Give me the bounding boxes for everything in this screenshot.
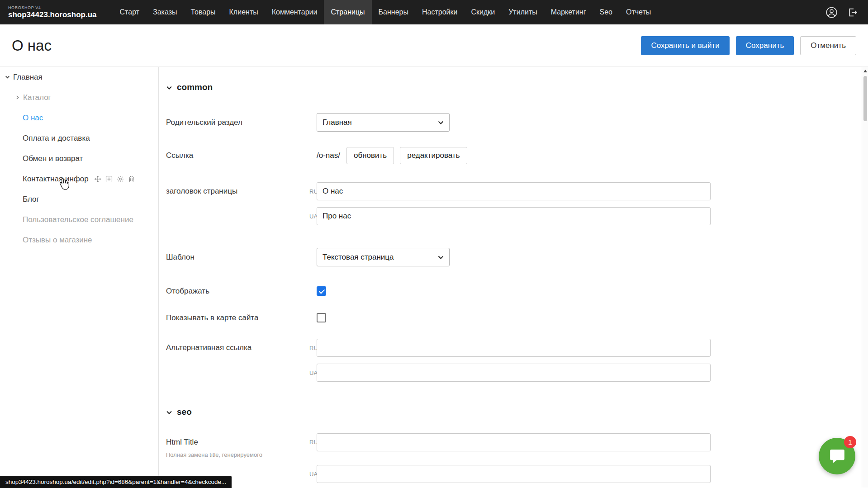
tree-item-label: Пользовательское соглашение [23,215,133,224]
nav-products[interactable]: Товары [184,0,223,24]
chevron-down-icon[interactable] [5,74,10,80]
field-sitemap: Показывать в карте сайта [166,313,868,322]
save-exit-button[interactable]: Сохранить и выйти [641,36,729,55]
logout-icon[interactable] [847,7,858,18]
page-title-ru-input[interactable] [317,182,711,200]
field-display: Отображать [166,286,868,296]
nav-start[interactable]: Старт [113,0,146,24]
chevron-down-icon [166,82,172,92]
link-path-value: /o-nas/ [317,151,340,160]
refresh-link-button[interactable]: обновить [346,147,394,164]
section-title: seo [177,407,192,417]
html-title-ua-input[interactable] [317,465,711,483]
nav-utilities[interactable]: Утилиты [502,0,544,24]
chevron-down-icon [438,121,444,124]
nav-reports[interactable]: Отчеты [619,0,658,24]
field-label: заголовок страницы [166,187,309,196]
vertical-scrollbar[interactable] [862,67,868,488]
tree-item-otzyvy[interactable]: Отзывы о магазине [0,230,158,250]
selected-value: Текстовая страница [323,253,394,262]
tree-item-actions [94,175,135,183]
brand-domain: shop34423.horoshop.ua [8,10,97,19]
nav-seo[interactable]: Seo [593,0,619,24]
alt-link-ru-input[interactable] [317,339,711,357]
display-checkbox[interactable] [317,286,326,296]
nav-discounts[interactable]: Скидки [464,0,502,24]
page-title-ua-input[interactable] [317,207,711,225]
nav-comments[interactable]: Комментарии [265,0,324,24]
field-label: Родительский раздел [166,118,309,127]
save-button[interactable]: Сохранить [736,36,794,55]
lang-ru-badge: RU [309,345,317,351]
section-seo-toggle[interactable]: seo [166,407,868,417]
pages-tree: Главная Каталог О нас Оплата и доставка … [0,67,159,488]
field-link: Ссылка /o-nas/ обновить редактировать [166,147,868,164]
add-page-icon[interactable] [105,175,113,183]
chat-notification-badge: 1 [844,436,856,448]
alt-link-ua-input[interactable] [317,364,711,382]
parent-section-select[interactable]: Главная [317,113,450,132]
tree-item-label: О нас [23,114,43,123]
tree-item-label: Каталог [23,93,51,102]
header-actions: Сохранить и выйти Сохранить Отменить [641,36,856,55]
template-select[interactable]: Текстовая страница [317,248,450,266]
tree-item-obmen[interactable]: Обмен и возврат [0,148,158,169]
settings-icon[interactable] [117,175,124,183]
account-icon[interactable] [825,6,838,19]
lang-ru-badge: RU [309,188,317,195]
chevron-down-icon [438,256,444,259]
field-label: Отображать [166,287,309,296]
tree-item-label: Блог [23,195,39,204]
field-label: Показывать в карте сайта [166,313,309,322]
sitemap-checkbox[interactable] [317,313,326,322]
scroll-up-arrow-icon[interactable] [863,70,867,72]
chevron-right-icon[interactable] [14,95,20,100]
nav-marketing[interactable]: Маркетинг [544,0,593,24]
tree-item-glavnaya[interactable]: Главная [0,67,158,87]
lang-ua-badge: UA [309,370,317,376]
nav-clients[interactable]: Клиенты [223,0,265,24]
field-template: Шаблон Текстовая страница [166,248,868,266]
tree-item-label: Контактная инфор [23,175,89,184]
nav-pages[interactable]: Страницы [324,0,371,24]
html-title-ru-input[interactable] [317,433,711,451]
field-alt-link-ru: Альтернативная ссылка RU [166,339,868,357]
tree-item-soglashenie[interactable]: Пользовательское соглашение [0,209,158,230]
field-page-title-ua: UA [166,207,868,225]
tree-item-label: Оплата и доставка [23,134,90,143]
delete-icon[interactable] [128,175,135,183]
tree-item-katalog[interactable]: Каталог [0,87,158,108]
page: HOROSHOP V4 shop34423.horoshop.ua Старт … [0,0,868,488]
tree-item-kontaktnaya[interactable]: Контактная инфор [0,169,158,189]
field-hint: Полная замена title, генерируемого [166,451,309,458]
tree-item-label: Обмен и возврат [23,154,83,163]
tree-item-label: Отзывы о магазине [23,236,92,245]
nav-banners[interactable]: Баннеры [372,0,415,24]
field-parent-section: Родительский раздел Главная [166,113,868,132]
tree-item-oplata[interactable]: Оплата и доставка [0,128,158,148]
lang-ua-badge: UA [309,471,317,478]
field-label-stack: Html Title Полная замена title, генериру… [166,433,309,458]
lang-ru-badge: RU [309,433,317,451]
cancel-button[interactable]: Отменить [800,36,856,55]
section-common-toggle[interactable]: common [166,82,868,92]
topbar: HOROSHOP V4 shop34423.horoshop.ua Старт … [0,0,868,24]
page-title: О нас [12,37,52,54]
field-page-title-ru: заголовок страницы RU [166,182,868,200]
tree-item-o-nas[interactable]: О нас [0,108,158,128]
nav-settings[interactable]: Настройки [415,0,464,24]
tree-item-blog[interactable]: Блог [0,189,158,209]
selected-value: Главная [323,118,352,127]
brand[interactable]: HOROSHOP V4 shop34423.horoshop.ua [8,0,97,24]
lang-ua-badge: UA [309,213,317,220]
edit-link-button[interactable]: редактировать [400,147,467,164]
brand-version: HOROSHOP V4 [8,5,97,10]
section-title: common [177,82,213,92]
page-header: О нас Сохранить и выйти Сохранить Отмени… [0,24,868,67]
field-label: Шаблон [166,253,309,262]
drag-icon[interactable] [94,175,101,183]
field-alt-link-ua: UA [166,364,868,382]
nav-orders[interactable]: Заказы [146,0,184,24]
scrollbar-thumb[interactable] [863,76,867,121]
chat-widget-button[interactable]: 1 [819,438,855,474]
